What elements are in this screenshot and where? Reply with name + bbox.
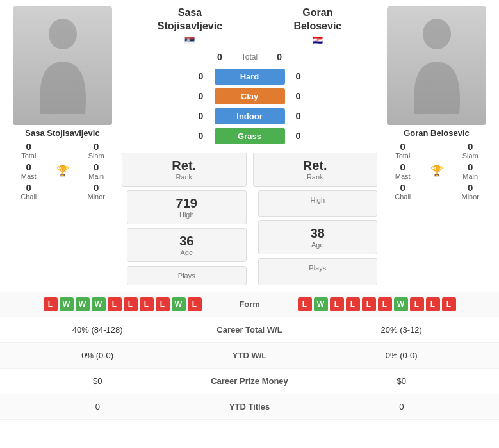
stats-row-3: 0 YTD Titles 0 (0, 394, 499, 420)
stats-row-0-right: 20% (3-12) (314, 325, 490, 335)
stats-row-2: $0 Career Prize Money $0 (0, 369, 499, 394)
right-high-box: High (258, 190, 378, 217)
form-left-badge-6: L (140, 297, 154, 311)
total-label: Total (241, 53, 258, 62)
form-left-badge-4: L (108, 297, 122, 311)
hard-left: 0 (195, 71, 207, 81)
right-plays-lbl: Plays (259, 264, 377, 272)
form-right-badge-1: W (314, 297, 328, 311)
hard-right: 0 (293, 71, 304, 81)
left-high-lbl: High (127, 211, 246, 219)
right-trophy-icon: 🏆 (430, 162, 443, 180)
right-minor-cell: 0 Minor (448, 182, 493, 201)
right-mast-lbl: Mast (395, 172, 411, 180)
center-panel: SasaStojisavljevic 🇷🇸 GoranBelosevic 🇭🇷 … (122, 6, 377, 285)
surface-row-grass: 0 Grass 0 (122, 128, 377, 144)
form-right: LWLLLLWLLL (288, 297, 492, 311)
stats-table: 40% (84-128) Career Total W/L 20% (3-12)… (0, 317, 499, 420)
stats-row-0-left: 40% (84-128) (10, 325, 186, 335)
total-row: 0 Total 0 (122, 52, 377, 62)
stats-row-3-left: 0 (10, 402, 186, 411)
grass-badge: Grass (215, 128, 285, 144)
right-chall-lbl: Chall (395, 193, 411, 201)
left-slam-lbl: Slam (88, 152, 104, 160)
stats-row-1-left: 0% (0-0) (10, 351, 186, 360)
left-total-val: 0 (26, 141, 31, 152)
form-right-badge-5: L (378, 297, 392, 311)
grass-left: 0 (195, 131, 207, 141)
svg-point-0 (49, 19, 77, 49)
left-age-lbl: Age (127, 249, 246, 256)
form-left-badge-1: W (60, 297, 74, 311)
left-chall-cell: 0 Chall (6, 182, 51, 201)
stats-row-1: 0% (0-0) YTD W/L 0% (0-0) (0, 343, 499, 369)
left-mast-val: 0 (26, 162, 31, 172)
clay-right: 0 (293, 91, 304, 101)
form-right-badge-4: L (362, 297, 376, 311)
clay-badge: Clay (215, 88, 285, 104)
indoor-right: 0 (293, 111, 304, 121)
form-right-badge-7: L (410, 297, 424, 311)
left-chall-lbl: Chall (20, 193, 37, 201)
right-plays-box: Plays (258, 258, 378, 285)
right-rank-box: Ret. Rank (253, 153, 378, 187)
form-left-badge-0: L (44, 297, 58, 311)
stats-row-0-center: Career Total W/L (186, 325, 314, 335)
surface-row-clay: 0 Clay 0 (122, 88, 377, 104)
stats-row-3-center: YTD Titles (186, 402, 314, 411)
right-chall-cell: 0 Chall (380, 182, 425, 201)
left-player-panel: Sasa Stojisavljevic 0 Total 0 Slam 0 Mas… (6, 6, 119, 285)
center-left-name-text: SasaStojisavljevic (158, 6, 222, 33)
right-main-val: 0 (468, 162, 473, 172)
right-age-lbl: Age (259, 241, 377, 249)
svg-point-1 (423, 19, 451, 49)
right-minor-lbl: Minor (461, 193, 479, 201)
right-main-lbl: Main (462, 172, 478, 180)
form-left: LWWWLLLLWL (8, 297, 211, 311)
form-section: LWWWLLLLWL Form LWLLLLWLLL (0, 292, 499, 317)
right-total-val: 0 (400, 141, 405, 152)
center-right-name-text: GoranBelosevic (294, 6, 342, 33)
right-chall-val: 0 (400, 182, 405, 193)
right-mast-val: 0 (400, 162, 405, 172)
total-left-val: 0 (217, 52, 222, 62)
left-719-val: 719 (127, 196, 246, 211)
stats-row-2-right: $0 (314, 376, 490, 386)
left-minor-cell: 0 Minor (74, 182, 119, 201)
left-age-val: 36 (127, 234, 246, 249)
left-719-box: 719 High (127, 190, 247, 224)
hard-badge: Hard (215, 69, 285, 85)
stats-row-2-left: $0 (10, 376, 186, 386)
stats-row-0: 40% (84-128) Career Total W/L 20% (3-12) (0, 317, 499, 343)
left-main-val: 0 (94, 162, 99, 172)
left-slam-cell: 0 Slam (74, 141, 119, 160)
form-left-badge-8: W (172, 297, 186, 311)
left-minor-val: 0 (94, 182, 99, 193)
left-player-name: Sasa Stojisavljevic (25, 128, 99, 138)
stats-row-1-center: YTD W/L (186, 351, 314, 360)
right-total-lbl: Total (395, 152, 410, 160)
left-total-lbl: Total (21, 152, 36, 160)
left-plays-box: Plays (127, 266, 247, 285)
main-container: Sasa Stojisavljevic 0 Total 0 Slam 0 Mas… (0, 0, 499, 420)
left-mast-lbl: Mast (21, 172, 37, 180)
comparison-section: Sasa Stojisavljevic 0 Total 0 Slam 0 Mas… (0, 0, 499, 292)
left-flag: 🇷🇸 (158, 35, 222, 45)
left-rank-box: Ret. Rank (122, 153, 247, 187)
right-age-val: 38 (259, 226, 377, 241)
form-center-label: Form (211, 299, 288, 309)
right-high-lbl: High (259, 196, 377, 204)
left-rank-sublabel: Rank (122, 173, 246, 181)
right-rank-ret: Ret. (254, 158, 377, 173)
form-left-badge-5: L (124, 297, 138, 311)
clay-left: 0 (195, 91, 207, 101)
surface-table: 0 Hard 0 0 Clay 0 0 Indoor 0 0 Grass (122, 69, 377, 144)
stats-row-2-center: Career Prize Money (186, 376, 314, 386)
right-player-panel: Goran Belosevic 0 Total 0 Slam 0 Mast 🏆 (380, 6, 493, 285)
form-left-badge-3: W (92, 297, 106, 311)
right-minor-val: 0 (468, 182, 473, 193)
right-rank-sublabel: Rank (254, 173, 377, 181)
right-slam-lbl: Slam (462, 152, 479, 160)
left-rank-ret: Ret. (122, 158, 246, 173)
center-right-name: GoranBelosevic 🇭🇷 (294, 6, 342, 45)
